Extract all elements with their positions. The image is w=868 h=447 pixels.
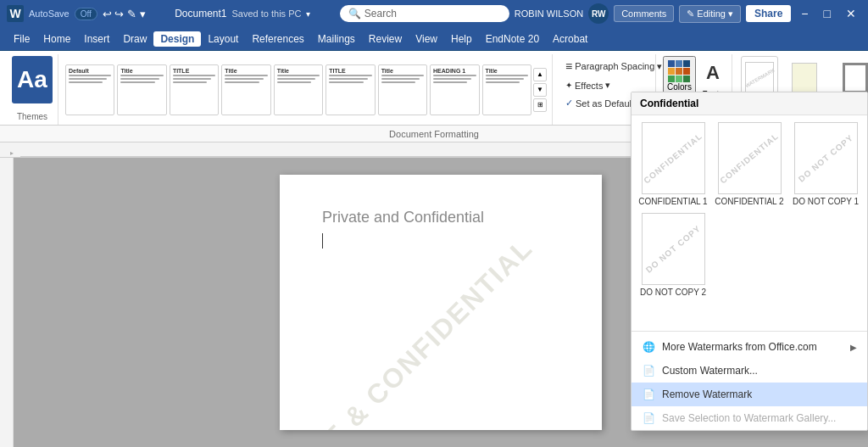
paragraph-spacing-button[interactable]: ≡ Paragraph Spacing ▾ [559,56,650,76]
watermark-item-donotcopy2[interactable]: DO NOT COPYDO NOT COPY 2 [638,213,708,297]
menu-item-label: Custom Watermark... [662,365,758,377]
user-name: ROBIN WILSON [515,8,583,19]
paragraph-spacing-label: Paragraph Spacing [575,61,654,71]
menu-item-icon: 📄 [642,388,655,401]
watermark-item-confidential1[interactable]: CONFIDENTIALCONFIDENTIAL 1 [638,122,708,206]
search-box[interactable]: 🔍 Search [340,5,509,22]
document-page: Private and Confidential PRIVATE & CONFI… [280,175,602,430]
fonts-button[interactable]: A [699,56,726,90]
watermark-panel: Confidential CONFIDENTIALCONFIDENTIAL 1C… [631,92,868,431]
style-thumb-1[interactable]: Title [117,64,166,115]
word-logo: W [7,5,24,22]
menu-item-insert[interactable]: Insert [77,31,116,47]
color-swatches [668,60,690,82]
watermark-item-confidential2[interactable]: CONFIDENTIALCONFIDENTIAL 2 [715,122,784,206]
ribbon-styles-section: DefaultTitleTITLETitleTitleTITLETitleHEA… [60,54,553,125]
panel-menu-remove-watermark[interactable]: 📄Remove Watermark [632,383,867,406]
autosave-toggle[interactable]: Off [75,8,97,20]
editing-button[interactable]: ✎ Editing ▾ [679,5,741,23]
menu-bar: FileHomeInsertDrawDesignLayoutReferences… [0,27,868,51]
themes-letter: Aa [17,68,47,92]
ribbon-themes-section: Aa Themes [7,54,58,125]
menu-item-icon: 🌐 [642,340,655,354]
document-watermark: PRIVATE & CONFIDENTIAL [280,232,539,430]
style-thumb-6[interactable]: Title [378,64,427,115]
menu-item-icon: 📄 [642,364,655,377]
menu-item-icon: 📄 [642,411,655,425]
menu-item-view[interactable]: View [409,31,444,47]
effects-icon: ✦ [565,81,572,90]
panel-menu-save-selection: 📄Save Selection to Watermark Gallery... [632,406,867,430]
checkmark-icon: ✓ [565,98,573,109]
style-thumb-3[interactable]: Title [221,64,270,115]
panel-header: Confidential [632,92,867,115]
panel-menu-custom-watermark[interactable]: 📄Custom Watermark... [632,359,867,383]
styles-gallery: DefaultTitleTITLETitleTitleTITLETitleHEA… [65,64,531,115]
style-thumb-8[interactable]: Title [482,64,531,115]
document-title: Private and Confidential [322,209,559,226]
gallery-up-button[interactable]: ▲ [533,68,547,81]
search-icon: 🔍 [348,8,361,20]
panel-menu-more-watermarks[interactable]: 🌐More Watermarks from Office.com▶ [632,335,867,359]
style-thumb-0[interactable]: Default [65,64,114,115]
pencil-icon: ✎ [687,8,694,20]
autosave-label: AutoSave [29,8,70,19]
menu-item-draw[interactable]: Draw [116,31,153,47]
close-button[interactable]: ✕ [841,5,861,22]
avatar[interactable]: RW [588,3,609,24]
gallery-more-button[interactable]: ⊞ [533,98,547,112]
title-bar-right: 🔍 Search ROBIN WILSON RW Comments ✎ Edit… [340,3,861,24]
title-bar-left: W AutoSave Off ↩ ↪ ✎ ▾ [7,5,146,22]
editing-label: Editing [697,8,726,19]
style-thumb-4[interactable]: Title [274,64,323,115]
doc-name: Document1 [175,8,226,20]
search-placeholder: Search [364,8,397,20]
effects-label: Effects [575,81,603,91]
colors-button[interactable]: Colors [663,56,696,96]
arrow-icon: ▶ [850,343,857,352]
themes-button[interactable]: Aa [12,56,53,103]
panel-menu-list: 🌐More Watermarks from Office.com▶📄Custom… [632,335,867,430]
save-dropdown-icon[interactable]: ▾ [306,9,310,19]
title-bar: W AutoSave Off ↩ ↪ ✎ ▾ Document1 Saved t… [0,0,868,27]
style-thumb-2[interactable]: TITLE [170,64,219,115]
set-default-label: Set as Default [576,98,634,109]
menu-item-acrobat[interactable]: Acrobat [546,31,594,47]
paragraph-spacing-icon: ≡ [565,59,572,73]
left-margin [0,158,14,447]
document-formatting-label: Document Formatting [389,129,479,139]
style-thumb-7[interactable]: HEADING 1 [430,64,479,115]
minimize-button[interactable]: − [796,5,813,22]
menu-item-help[interactable]: Help [444,31,479,47]
watermark-item-donotcopy1[interactable]: DO NOT COPYDO NOT COPY 1 [791,122,860,206]
chevron-down-icon: ▾ [728,8,733,20]
menu-item-file[interactable]: File [7,31,36,47]
menu-item-home[interactable]: Home [36,31,77,47]
colors-label: Colors [667,82,692,92]
title-bar-center: Document1 Saved to this PC ▾ [175,8,310,20]
style-thumb-5[interactable]: TITLE [326,64,375,115]
effects-chevron-icon: ▾ [605,80,610,91]
cursor [322,233,323,249]
menu-item-label: Save Selection to Watermark Gallery... [662,412,836,424]
menu-item-review[interactable]: Review [362,31,409,47]
undo-redo-icons: ↩ ↪ ✎ ▾ [103,8,146,20]
menu-item-references[interactable]: References [245,31,310,47]
menu-item-design[interactable]: Design [153,31,201,47]
menu-item-mailings[interactable]: Mailings [311,31,362,47]
maximize-button[interactable]: □ [819,5,836,22]
comments-button[interactable]: Comments [614,5,674,22]
panel-scroll[interactable]: CONFIDENTIALCONFIDENTIAL 1CONFIDENTIALCO… [632,115,867,327]
menu-item-label: Remove Watermark [662,388,752,400]
menu-item-endnote 20[interactable]: EndNote 20 [479,31,546,47]
share-button[interactable]: Share [746,5,791,22]
menu-item-layout[interactable]: Layout [201,31,245,47]
save-status: Saved to this PC [232,8,302,19]
themes-label: Themes [17,112,47,123]
menu-item-label: More Watermarks from Office.com [662,341,817,353]
gallery-down-button[interactable]: ▼ [533,83,547,97]
fonts-icon: A [706,62,720,84]
